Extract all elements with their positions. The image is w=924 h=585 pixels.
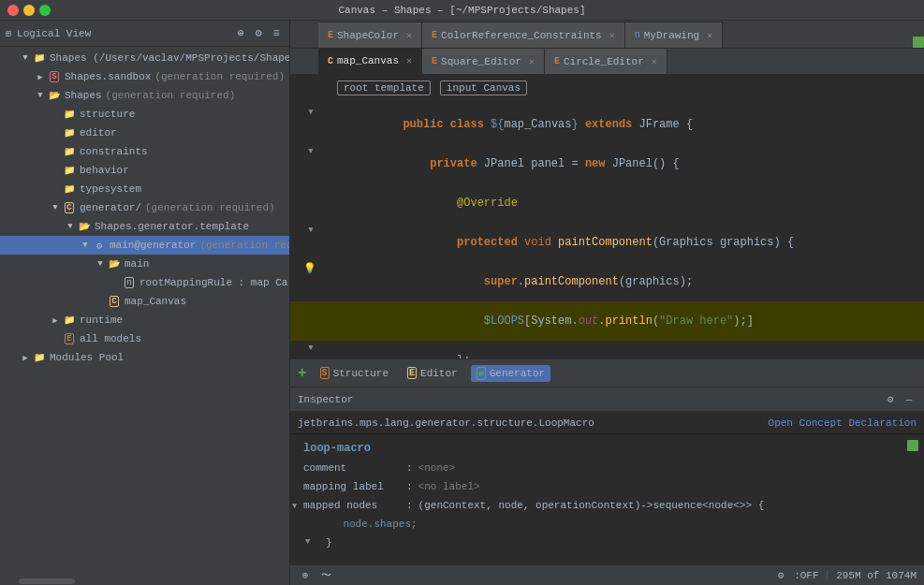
tree-item-constraints[interactable]: 📁 constraints	[0, 142, 289, 161]
tree-item-shapes-sandbox[interactable]: ▶ S Shapes.sandbox (generation required)	[0, 67, 289, 86]
editor-toolbar: + S Structure E Editor ⇄ Generator	[290, 358, 924, 387]
inspector-gear-icon[interactable]: ⚙	[883, 392, 898, 407]
tab-shapecolor-close[interactable]: ✕	[406, 30, 412, 41]
sidebar-scrollbar[interactable]	[0, 578, 289, 585]
status-off-text: :OFF	[794, 570, 818, 581]
shapes-label: Shapes	[65, 90, 102, 101]
tree-item-typesystem[interactable]: 📁 typesystem	[0, 180, 289, 198]
tab-ShapeColor[interactable]: E ShapeColor ✕	[318, 22, 422, 48]
tree-item-behavior[interactable]: 📁 behavior	[0, 161, 289, 180]
gutter-7: ▼	[294, 343, 322, 354]
inspector-body: loop-macro comment : <none> mapping labe…	[290, 434, 924, 564]
tab-map-canvas-close[interactable]: ✕	[406, 55, 412, 66]
window-controls[interactable]	[7, 5, 51, 16]
code-line-2: ▼ private JPanel panel = new JPanel() {	[290, 144, 924, 183]
line-content-5: super.paintComponent(graphics);	[322, 262, 920, 301]
line-content-2: private JPanel panel = new JPanel() {	[322, 144, 920, 183]
body-close-fold-icon[interactable]: ▼	[305, 537, 310, 547]
inspector-mapping-row: mapping label : <no label>	[303, 481, 911, 500]
sidebar-gear-icon[interactable]: ⚙	[251, 26, 266, 41]
inspector-mapping-value: <no label>	[418, 481, 480, 492]
inspector-mapped-sep: :	[406, 500, 413, 511]
structure-label: Structure	[333, 368, 389, 379]
main-label: main	[125, 258, 149, 270]
tab-MyDrawing[interactable]: n MyDrawing ✕	[625, 22, 723, 48]
tree-arrow-root: ▼	[19, 53, 32, 63]
close-button[interactable]	[7, 5, 19, 16]
tree-root-item[interactable]: ▼ 📁 Shapes (/Users/vaclav/MPSProjects/Sh…	[0, 49, 289, 67]
tree-item-main-generator[interactable]: ▼ ⚙ main@generator (generation rec...	[0, 236, 289, 255]
inspector-minus-icon[interactable]: —	[902, 392, 917, 407]
tree-item-shapes[interactable]: ▼ 📂 Shapes (generation required)	[0, 86, 289, 105]
inspector-mapped-row: ▼ mapped nodes : (genContext, node, oper…	[303, 500, 911, 519]
tree-item-all-models[interactable]: E all models	[0, 329, 289, 348]
status-left-icon: ⊕	[298, 568, 313, 583]
fold-2[interactable]: ▼	[305, 146, 316, 157]
tab-circle-editor[interactable]: E Circle_Editor ✕	[545, 49, 667, 74]
tree-arrow-shapes-gen: ▼	[64, 222, 77, 231]
maximize-button[interactable]	[39, 5, 51, 16]
tree-item-structure[interactable]: 📁 structure	[0, 105, 289, 124]
tab-ColorReference[interactable]: E ColorReference_Constraints ✕	[422, 22, 625, 48]
tree-arrow-modules-pool: ▶	[19, 353, 32, 363]
tree-arrow-shapes: ▼	[34, 91, 47, 100]
tree-item-generator[interactable]: ▼ C generator/ (generation required)	[0, 198, 289, 217]
gutter-5: 💡	[294, 262, 322, 274]
editor-folder-icon: 📁	[62, 125, 77, 140]
tree-arrow-sandbox: ▶	[34, 72, 47, 82]
tab-circle-editor-label: Circle_Editor	[564, 56, 644, 67]
tab-square-editor-close[interactable]: ✕	[529, 56, 535, 67]
inspector-header: Inspector ⚙ —	[290, 388, 924, 412]
n-icon: n	[122, 275, 137, 290]
inspector-mapped-value: (genContext, node, operationContext)->se…	[418, 500, 765, 511]
structure-folder-icon: 📁	[62, 107, 77, 122]
tree-item-editor[interactable]: 📁 editor	[0, 124, 289, 142]
tab-row-1: E ShapeColor ✕ E ColorReference_Constrai…	[290, 21, 924, 49]
colorref-icon: E	[432, 30, 437, 40]
editor-tab-btn[interactable]: E Editor	[402, 365, 463, 381]
tree-item-root-mapping[interactable]: n rootMappingRule : map Ca	[0, 273, 289, 292]
green-indicator-top	[913, 37, 924, 48]
tab-mydrawing-close[interactable]: ✕	[707, 30, 712, 41]
folder-icon: 📁	[32, 51, 47, 66]
open-concept-link[interactable]: Open Concept Declaration	[769, 417, 917, 429]
tree-item-shapes-generator[interactable]: ▼ 📂 Shapes.generator.template	[0, 217, 289, 236]
tree-arrow-runtime: ▶	[49, 315, 62, 326]
generator-label: generator/	[80, 202, 141, 213]
mapped-fold-icon[interactable]: ▼	[292, 502, 297, 511]
add-icon[interactable]: +	[298, 366, 307, 381]
typesystem-folder-icon: 📁	[62, 182, 77, 197]
generator-tab-btn[interactable]: ⇄ Generator	[471, 365, 550, 382]
map-canvas-tab-icon: C	[328, 56, 333, 66]
line-content-7: };	[322, 341, 920, 358]
line-content-3: @Override	[322, 183, 920, 223]
status-memory-text: 295M of 1074M	[836, 570, 917, 581]
tree-item-map-canvas[interactable]: C map_Canvas	[0, 292, 289, 311]
line-content-1: public class ${map_Canvas} extends JFram…	[322, 105, 920, 144]
structure-tab-btn[interactable]: S Structure	[315, 365, 394, 381]
tab-circle-editor-close[interactable]: ✕	[652, 56, 657, 67]
minimize-button[interactable]	[23, 5, 35, 16]
tab-square-editor[interactable]: E Square_Editor ✕	[422, 49, 545, 74]
tree-item-main[interactable]: ▼ 📂 main	[0, 255, 289, 273]
tab-square-editor-label: Square_Editor	[441, 56, 521, 67]
all-models-icon: E	[62, 331, 77, 346]
sidebar-title: Logical View	[17, 28, 91, 39]
tab-colorref-close[interactable]: ✕	[609, 30, 615, 41]
window-title: Canvas – Shapes – [~/MPSProjects/Shapes]	[338, 5, 585, 16]
fold-7[interactable]: ▼	[305, 343, 316, 354]
editor-area[interactable]: root template input Canvas ▼ public clas…	[290, 75, 924, 387]
modules-pool-label: Modules Pool	[50, 352, 124, 363]
fold-1[interactable]: ▼	[305, 107, 316, 118]
tree-item-runtime[interactable]: ▶ 📁 runtime	[0, 311, 289, 329]
line-content-4: protected void paintComponent(Graphics g…	[322, 223, 920, 262]
tab-map-canvas[interactable]: C map_Canvas ✕	[318, 49, 422, 74]
status-gear-icon[interactable]: ⚙	[773, 568, 788, 583]
sidebar-pin-icon[interactable]: ⊕	[233, 26, 248, 41]
right-area: E ShapeColor ✕ E ColorReference_Constrai…	[290, 21, 924, 585]
tree-item-modules-pool[interactable]: ▶ 📁 Modules Pool	[0, 348, 289, 367]
fold-4[interactable]: ▼	[305, 225, 316, 236]
title-bar: Canvas – Shapes – [~/MPSProjects/Shapes]	[0, 0, 924, 21]
sidebar-settings-icon[interactable]: ≡	[269, 26, 284, 41]
square-editor-icon: E	[432, 56, 437, 66]
